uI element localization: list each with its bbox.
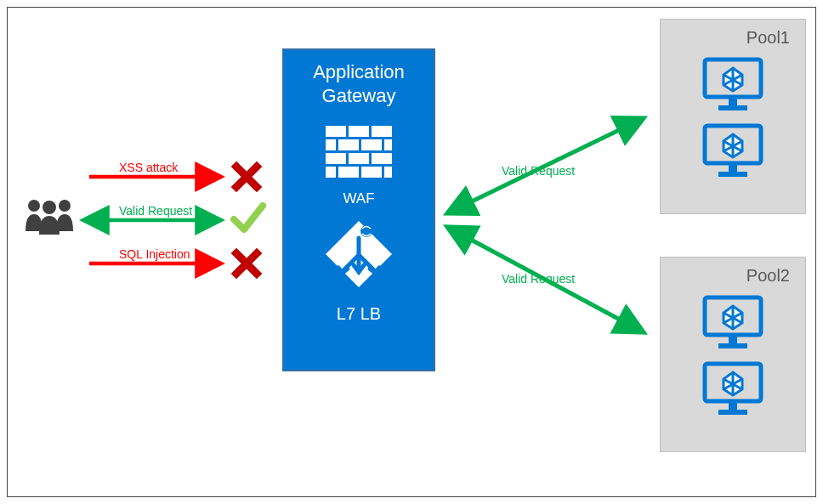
- gateway-title-line1: Application: [284, 60, 434, 84]
- svg-rect-16: [361, 167, 382, 178]
- svg-rect-24: [729, 99, 737, 105]
- svg-rect-5: [349, 126, 369, 137]
- application-gateway-box: Application Gateway WAF: [282, 48, 435, 371]
- load-balancer-icon: [284, 219, 434, 292]
- vm-monitor-icon: [700, 360, 766, 418]
- svg-rect-10: [384, 139, 392, 150]
- vm-monitor-icon: [700, 294, 766, 352]
- svg-rect-11: [326, 153, 346, 164]
- svg-rect-12: [349, 153, 369, 164]
- firewall-icon: [284, 126, 434, 182]
- vm-monitor-icon: [700, 56, 766, 114]
- svg-rect-4: [326, 126, 346, 137]
- pool1-title: Pool1: [661, 20, 805, 48]
- svg-rect-46: [718, 410, 747, 415]
- svg-rect-31: [729, 165, 737, 172]
- pool1-vm2: [661, 122, 805, 180]
- pool2-vm2: [661, 360, 805, 418]
- label-valid-top: Valid Request: [502, 164, 575, 178]
- svg-rect-6: [372, 126, 392, 137]
- pool2-vm1: [661, 294, 805, 352]
- svg-rect-13: [372, 153, 392, 164]
- waf-label: WAF: [284, 190, 434, 207]
- svg-rect-25: [718, 105, 747, 110]
- svg-rect-39: [718, 343, 747, 348]
- label-xss: XSS attack: [119, 161, 178, 174]
- label-valid-left: Valid Request: [119, 204, 192, 218]
- svg-rect-7: [326, 139, 336, 150]
- svg-rect-38: [729, 337, 737, 343]
- svg-rect-17: [384, 167, 392, 178]
- pool2-title: Pool2: [661, 258, 805, 286]
- svg-rect-15: [338, 167, 359, 178]
- label-sql: SQL Injection: [119, 247, 190, 261]
- vm-monitor-icon: [700, 122, 766, 180]
- gateway-title: Application Gateway: [284, 50, 434, 107]
- pool1-box: Pool1: [660, 19, 806, 214]
- l7-lb-label: L7 LB: [284, 304, 434, 324]
- svg-rect-14: [326, 167, 336, 178]
- svg-rect-9: [361, 139, 382, 150]
- pool1-vm1: [661, 56, 805, 114]
- svg-rect-32: [718, 172, 747, 177]
- svg-rect-8: [338, 139, 359, 150]
- label-valid-bottom: Valid Request: [502, 272, 575, 286]
- pool2-box: Pool2: [660, 257, 806, 452]
- svg-rect-45: [729, 403, 737, 410]
- gateway-title-line2: Gateway: [284, 84, 434, 108]
